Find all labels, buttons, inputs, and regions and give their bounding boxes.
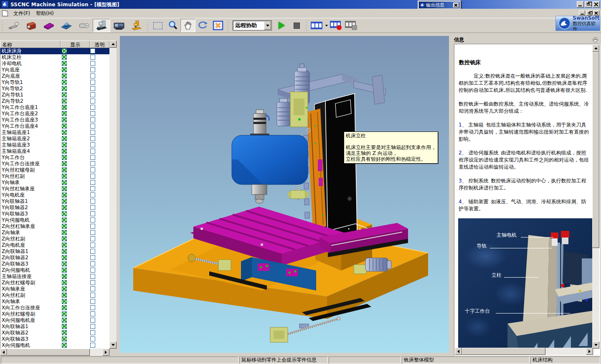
show-checkbox[interactable]: [62, 174, 67, 179]
parts-row[interactable]: Z向电机座: [0, 242, 109, 248]
transparent-checkbox[interactable]: [90, 336, 95, 341]
scroll-thumb[interactable]: [462, 348, 545, 355]
parts-row[interactable]: Y向工作台底座3: [0, 117, 109, 123]
show-checkbox[interactable]: [62, 73, 67, 78]
transparent-checkbox[interactable]: [90, 299, 95, 304]
show-checkbox[interactable]: [62, 230, 67, 235]
show-checkbox[interactable]: [62, 255, 67, 260]
lathe-button[interactable]: [110, 19, 128, 32]
info-vertical-scrollbar[interactable]: [592, 45, 599, 349]
parts-row[interactable]: Z向底座: [0, 73, 109, 79]
parts-horizontal-scrollbar[interactable]: [0, 349, 109, 356]
parts-row[interactable]: Y向丝杠轴承座: [0, 186, 109, 192]
transparent-checkbox[interactable]: [90, 167, 95, 172]
restore-button[interactable]: [585, 1, 592, 8]
parts-row[interactable]: Y向工作台底座1: [0, 104, 109, 111]
play-button[interactable]: [274, 19, 289, 32]
show-checkbox[interactable]: [62, 124, 67, 129]
fit-view-button[interactable]: [210, 19, 226, 32]
transparent-checkbox[interactable]: [90, 211, 95, 216]
transparent-checkbox[interactable]: [90, 130, 95, 135]
transparent-checkbox[interactable]: [90, 217, 95, 222]
column-header-transparent[interactable]: 透明: [90, 40, 109, 48]
transparent-checkbox[interactable]: [90, 99, 95, 104]
toolbar-grip[interactable]: [147, 20, 148, 31]
show-checkbox[interactable]: [62, 180, 67, 185]
worktable-button[interactable]: [40, 19, 58, 32]
show-checkbox[interactable]: [62, 336, 67, 341]
transparent-checkbox[interactable]: [90, 48, 95, 53]
scroll-up-button[interactable]: [109, 40, 117, 48]
transparent-checkbox[interactable]: [90, 180, 95, 185]
film-button[interactable]: [309, 19, 324, 32]
show-checkbox[interactable]: [62, 86, 67, 91]
parts-row[interactable]: 机床立柱: [0, 54, 109, 61]
rollup-icon[interactable]: [593, 37, 598, 43]
parts-row[interactable]: X向轴承: [0, 298, 109, 305]
close-button[interactable]: [593, 1, 600, 8]
parts-row[interactable]: Y向伺服电机: [0, 217, 109, 223]
show-checkbox[interactable]: [62, 80, 67, 85]
transparent-checkbox[interactable]: [90, 330, 95, 335]
show-checkbox[interactable]: [62, 155, 67, 160]
show-checkbox[interactable]: [62, 211, 67, 216]
show-checkbox[interactable]: [62, 67, 67, 72]
machine-bed-button[interactable]: [58, 19, 75, 32]
scroll-thumb[interactable]: [592, 52, 599, 248]
toolbar-grip[interactable]: [227, 20, 228, 31]
show-checkbox[interactable]: [62, 293, 67, 298]
show-checkbox[interactable]: [62, 324, 67, 329]
parts-row[interactable]: Z向丝杠副: [0, 236, 109, 242]
transparent-checkbox[interactable]: [90, 92, 95, 97]
transparent-checkbox[interactable]: [90, 305, 95, 310]
transparent-checkbox[interactable]: [90, 230, 95, 235]
parts-row[interactable]: Z向导轨2: [0, 98, 109, 104]
parts-row[interactable]: Z向轴承: [0, 230, 109, 236]
remote-assist-combobox[interactable]: 远程协助: [233, 21, 271, 30]
transparent-checkbox[interactable]: [90, 268, 95, 273]
parts-row[interactable]: X向丝杠副: [0, 292, 109, 298]
toolbar-grip[interactable]: [2, 20, 3, 31]
transparent-checkbox[interactable]: [90, 224, 95, 229]
transparent-checkbox[interactable]: [90, 61, 95, 66]
minimize-button[interactable]: [577, 1, 584, 8]
parts-row[interactable]: Y向丝杠副: [0, 173, 109, 179]
transparent-checkbox[interactable]: [90, 243, 95, 248]
transparent-checkbox[interactable]: [90, 73, 95, 78]
parts-row[interactable]: Z向导轨1: [0, 92, 109, 98]
pan-hand-button[interactable]: [180, 19, 195, 32]
parts-row[interactable]: Z向联轴器1: [0, 248, 109, 255]
show-checkbox[interactable]: [62, 268, 67, 273]
parts-row[interactable]: Y向工作台连接座: [0, 161, 109, 167]
show-checkbox[interactable]: [62, 249, 67, 254]
transparent-checkbox[interactable]: [90, 199, 95, 204]
parts-row[interactable]: Z向联轴器2: [0, 255, 109, 261]
parts-row[interactable]: X向丝杠螺母副: [0, 311, 109, 317]
milling-machine-button[interactable]: [93, 19, 110, 32]
scroll-left-button[interactable]: [455, 348, 462, 355]
scroll-up-button[interactable]: [592, 45, 599, 52]
transparent-checkbox[interactable]: [90, 261, 95, 266]
show-checkbox[interactable]: [62, 311, 67, 316]
parts-row[interactable]: Z向伺服电机: [0, 267, 109, 273]
combo-dropdown-button[interactable]: [264, 21, 271, 30]
transparent-checkbox[interactable]: [90, 318, 95, 323]
show-checkbox[interactable]: [62, 55, 67, 60]
parts-row[interactable]: Y向联轴器3: [0, 211, 109, 217]
show-checkbox[interactable]: [62, 142, 67, 147]
scroll-right-button[interactable]: [586, 348, 593, 355]
marquee-select-button[interactable]: [150, 19, 165, 32]
parts-row[interactable]: 主轴箱连接座: [0, 273, 109, 280]
show-checkbox[interactable]: [62, 149, 67, 154]
show-checkbox[interactable]: [62, 224, 67, 229]
show-checkbox[interactable]: [62, 330, 67, 335]
show-checkbox[interactable]: [62, 161, 67, 166]
show-checkbox[interactable]: [62, 305, 67, 310]
show-checkbox[interactable]: [62, 186, 67, 191]
scroll-down-button[interactable]: [592, 341, 599, 349]
scroll-thumb[interactable]: [109, 86, 117, 120]
show-checkbox[interactable]: [62, 236, 67, 241]
toolbar-grip[interactable]: [306, 20, 307, 31]
transparent-checkbox[interactable]: [90, 55, 95, 60]
transparent-checkbox[interactable]: [90, 67, 95, 72]
